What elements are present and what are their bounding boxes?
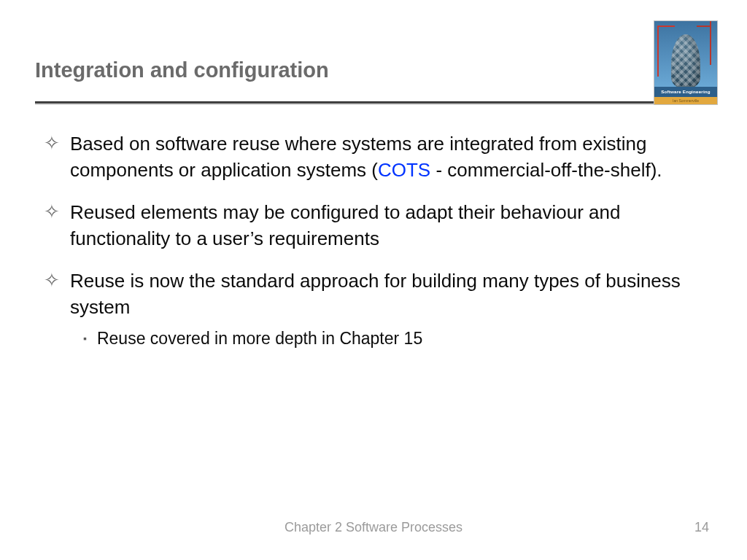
bullet-item: ✧ Reuse is now the standard approach for… [44, 268, 690, 320]
book-cover-title: Software Engineering [654, 87, 717, 97]
slide-footer: Chapter 2 Software Processes [0, 520, 747, 535]
book-cover-image: Software Engineering Ian Sommerville [654, 20, 718, 105]
slide-body: ✧ Based on software reuse where systems … [35, 104, 712, 349]
sub-bullet-item: ▪ Reuse covered in more depth in Chapter… [83, 327, 690, 349]
bullet-item: ✧ Based on software reuse where systems … [44, 131, 690, 183]
diamond-bullet-icon: ✧ [44, 268, 60, 320]
square-bullet-icon: ▪ [83, 327, 87, 349]
bullet-text: Reuse is now the standard approach for b… [70, 268, 690, 320]
bullet-item: ✧ Reused elements may be configured to a… [44, 199, 690, 252]
book-cover-author: Ian Sommerville [654, 97, 717, 104]
slide-title: Integration and configuration [35, 44, 712, 96]
diamond-bullet-icon: ✧ [44, 199, 60, 252]
slide: Integration and configuration Software E… [0, 0, 747, 560]
page-number: 14 [694, 520, 709, 535]
title-divider [35, 101, 712, 104]
highlight-cots: COTS [378, 159, 430, 181]
bullet-text: Reused elements may be configured to ada… [70, 199, 690, 252]
diamond-bullet-icon: ✧ [44, 131, 60, 183]
slide-header: Integration and configuration Software E… [35, 44, 712, 104]
bullet-text: Based on software reuse where systems ar… [70, 131, 690, 183]
sub-bullet-text: Reuse covered in more depth in Chapter 1… [97, 327, 422, 349]
